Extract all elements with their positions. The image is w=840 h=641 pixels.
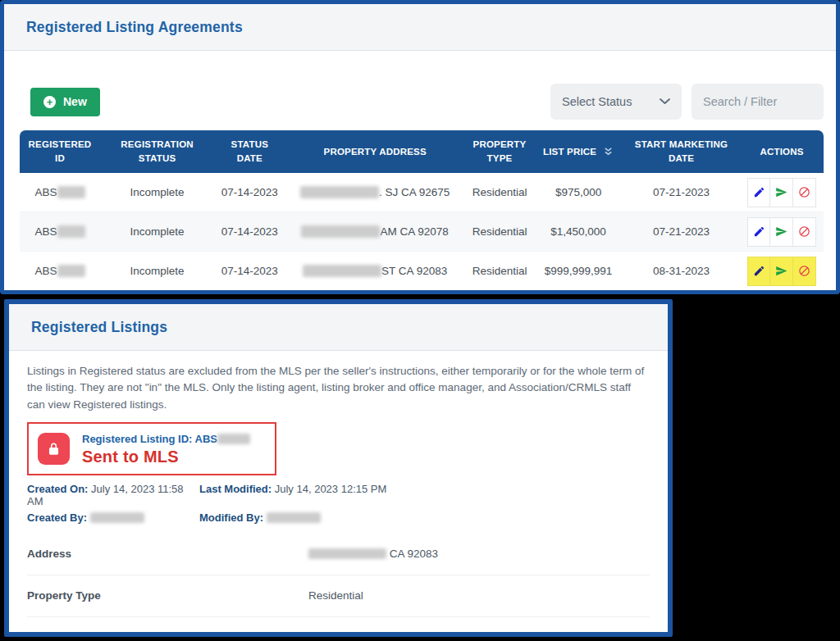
listing-details: Address CA 92083 Property Type Residenti…: [27, 534, 650, 637]
cell-registration-status: Incomplete: [100, 173, 214, 212]
cell-property-type: Residential: [465, 252, 534, 291]
col-registered-id: REGISTERED ID: [20, 130, 100, 173]
paper-plane-send-icon: [775, 225, 788, 238]
detail-row-property-type: Property Type Residential: [27, 575, 650, 617]
table-row: ABS Incomplete 07-14-2023 . SJ CA 92675 …: [20, 173, 824, 212]
detail-label: Address: [27, 548, 308, 560]
created-on: Created On: July 14, 2023 11:58 AM: [27, 483, 199, 507]
toolbar: + New Select Status: [30, 84, 824, 120]
cancel-button[interactable]: [793, 217, 816, 247]
registered-status-description: Listings in Registered status are exclud…: [27, 363, 650, 413]
ban-circle-icon: [798, 225, 810, 238]
composite-screenshot: Registered Listing Agreements + New Sele…: [0, 0, 840, 641]
cell-property-address: AM CA 92078: [285, 212, 465, 252]
new-button-label: New: [63, 95, 87, 108]
listings-table-wrap: REGISTERED ID REGISTRATION STATUS STATUS…: [20, 130, 824, 291]
last-modified: Last Modified: July 14, 2023 12:15 PM: [199, 483, 650, 507]
table-row: ABS Incomplete 07-14-2023 ST CA 92083 Re…: [20, 252, 824, 291]
send-to-mls-button[interactable]: [770, 178, 793, 207]
cell-property-address: . SJ CA 92675: [285, 173, 465, 212]
cell-status-date: 07-14-2023: [214, 212, 285, 252]
status-filter-dropdown[interactable]: Select Status: [550, 84, 682, 120]
table-row: ABS Incomplete 07-14-2023 AM CA 92078 Re…: [20, 212, 824, 252]
registered-listing-agreements-panel: Registered Listing Agreements + New Sele…: [0, 0, 840, 294]
pencil-edit-icon: [753, 186, 765, 198]
cell-property-type: Residential: [465, 173, 534, 212]
edit-button[interactable]: [747, 178, 770, 207]
redacted-address: [303, 265, 381, 277]
panel-header: Registered Listing Agreements: [4, 4, 836, 51]
redacted-id: [57, 225, 85, 238]
detail-panel-title: Registered Listings: [31, 319, 167, 336]
redacted-address: [301, 225, 380, 238]
col-status-date: STATUS DATE: [214, 130, 285, 173]
ban-circle-icon: [798, 186, 810, 198]
cell-list-price: $975,000: [534, 173, 623, 212]
listings-table: REGISTERED ID REGISTRATION STATUS STATUS…: [20, 130, 824, 291]
detail-row-address: Address CA 92083: [27, 534, 650, 575]
cancel-button[interactable]: [793, 257, 816, 286]
status-filter-label: Select Status: [562, 95, 632, 108]
new-button[interactable]: + New: [30, 88, 100, 116]
modified-by: Modified By:: [199, 511, 650, 524]
detail-value: Residential: [308, 589, 363, 602]
cell-start-marketing-date: 08-31-2023: [623, 252, 740, 291]
search-input[interactable]: [692, 84, 824, 120]
cell-registered-id: ABS: [20, 212, 100, 252]
cell-property-address: ST CA 92083: [285, 252, 465, 291]
registered-listings-detail-panel: Registered Listings Listings in Register…: [4, 299, 673, 637]
col-property-address: PROPERTY ADDRESS: [285, 130, 465, 173]
paper-plane-send-icon: [775, 265, 788, 277]
send-to-mls-button[interactable]: [770, 257, 793, 286]
cell-property-type: Residential: [465, 212, 534, 252]
redacted-name: [267, 512, 321, 523]
cell-list-price: $1,450,000: [534, 212, 623, 252]
redacted-name: [90, 512, 144, 523]
pencil-edit-icon: [753, 225, 765, 238]
col-list-price-label: LIST PRICE: [543, 145, 596, 159]
cell-start-marketing-date: 07-21-2023: [623, 212, 740, 252]
paper-plane-send-icon: [775, 186, 788, 198]
redacted-id: [57, 186, 85, 198]
cell-status-date: 07-14-2023: [214, 173, 285, 212]
highlighted-actions-group: [747, 257, 816, 286]
pencil-edit-icon: [753, 265, 765, 277]
cell-registration-status: Incomplete: [100, 252, 214, 291]
redacted-address: [300, 186, 379, 198]
panel-header: Registered Listings: [9, 304, 668, 351]
redacted-address: [308, 548, 386, 559]
edit-button[interactable]: [747, 257, 770, 286]
cell-registered-id: ABS: [20, 252, 100, 291]
edit-button[interactable]: [747, 217, 770, 247]
col-property-type: PROPERTY TYPE: [465, 130, 534, 173]
send-to-mls-button[interactable]: [770, 217, 793, 247]
redacted-id: [217, 434, 250, 444]
col-registration-status: REGISTRATION STATUS: [100, 130, 214, 173]
cell-registered-id: ABS: [20, 173, 100, 212]
col-actions: ACTIONS: [740, 130, 824, 173]
cell-status-date: 07-14-2023: [214, 252, 285, 291]
cell-registration-status: Incomplete: [100, 212, 214, 252]
cell-actions: [740, 252, 824, 291]
cancel-button[interactable]: [793, 178, 816, 207]
sort-double-chevron-icon[interactable]: [603, 146, 614, 157]
cell-actions: [740, 173, 824, 212]
redacted-id: [57, 265, 85, 277]
record-meta: Created On: July 14, 2023 11:58 AM Last …: [27, 483, 650, 524]
plus-circle-icon: +: [43, 96, 56, 108]
lock-icon: [46, 441, 62, 457]
detail-row-list-price: List Price $999,999,991: [27, 617, 650, 637]
lock-badge: [38, 433, 70, 465]
ban-circle-icon: [798, 265, 810, 277]
col-list-price[interactable]: LIST PRICE: [534, 130, 623, 173]
col-start-marketing-date: START MARKETING DATE: [623, 130, 740, 173]
chevron-down-icon: [660, 98, 670, 105]
cell-list-price: $999,999,991: [534, 252, 623, 291]
registered-listing-id-line: Registered Listing ID: ABS: [82, 433, 250, 445]
cell-actions: [740, 212, 824, 252]
detail-value: $999,999,991: [308, 632, 377, 637]
sent-to-mls-label: Sent to MLS: [82, 448, 250, 466]
detail-label: Property Type: [27, 589, 308, 602]
table-header-row: REGISTERED ID REGISTRATION STATUS STATUS…: [20, 130, 824, 173]
page-title: Registered Listing Agreements: [26, 19, 243, 36]
